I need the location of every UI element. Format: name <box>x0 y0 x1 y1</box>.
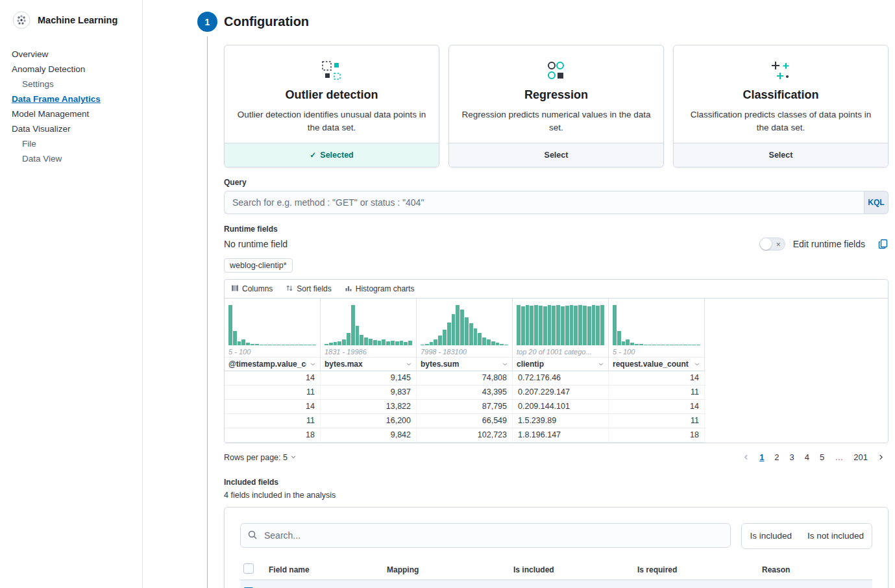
select-button[interactable]: Select <box>449 143 663 167</box>
grid-cell[interactable]: 87,795 <box>417 400 513 413</box>
pagination-page-5[interactable]: 5 <box>815 451 829 463</box>
grid-column-header[interactable]: 5 - 100request.value_count <box>609 299 705 371</box>
sidebar-item-data-frame-analytics[interactable]: Data Frame Analytics <box>12 92 134 106</box>
fields-table-header: Field nameMappingIs includedIs requiredR… <box>240 559 872 580</box>
grid-cell[interactable]: 14 <box>609 400 705 413</box>
machine-learning-logo-icon <box>12 10 31 30</box>
pagination-page-2[interactable]: 2 <box>770 451 783 463</box>
grid-rows: 149,14574,8080.72.176.4614119,83743,3950… <box>225 371 888 443</box>
grid-cell[interactable]: 11 <box>225 414 321 428</box>
grid-column-header[interactable]: 1831 - 19986bytes.max <box>321 299 417 371</box>
grid-cell[interactable]: 14 <box>609 371 705 385</box>
copy-icon[interactable] <box>878 239 889 249</box>
grid-cell[interactable]: 9,837 <box>321 386 417 399</box>
pagination-page-201[interactable]: 201 <box>849 451 872 463</box>
grid-cell[interactable]: 9,842 <box>321 428 417 442</box>
column-histogram <box>513 302 608 345</box>
selected-indicator[interactable]: ✓Selected <box>225 143 439 167</box>
grid-cell[interactable]: 1.8.196.147 <box>513 428 609 442</box>
pagination-page-1[interactable]: 1 <box>755 451 768 463</box>
grid-cell[interactable]: 11 <box>609 414 705 428</box>
check-icon: ✓ <box>310 151 316 160</box>
sidebar-item-anomaly-detection[interactable]: Anomaly Detection <box>12 62 134 77</box>
kql-button[interactable]: KQL <box>864 191 889 214</box>
chevron-down-icon[interactable] <box>694 361 700 367</box>
pagination-next-icon[interactable] <box>874 454 889 461</box>
histogram-icon <box>345 284 352 294</box>
grid-cell[interactable]: 9,145 <box>321 371 417 385</box>
sidebar-item-file[interactable]: File <box>12 136 134 151</box>
job-type-description: Regression predicts numerical values in … <box>461 108 652 134</box>
grid-row: 1413,82287,7950.209.144.10114 <box>225 400 705 414</box>
edit-runtime-fields-label: Edit runtime fields <box>793 239 865 249</box>
sidebar-item-data-visualizer[interactable]: Data Visualizer <box>12 121 134 136</box>
chevron-down-icon[interactable] <box>502 361 508 367</box>
chevron-down-icon[interactable] <box>310 361 316 367</box>
sidebar-item-data-view[interactable]: Data View <box>12 151 134 166</box>
main-content: 1 Configuration Outlier detectionOutlier… <box>143 0 895 588</box>
grid-cell[interactable]: 74,808 <box>417 371 513 385</box>
sidebar-item-settings[interactable]: Settings <box>12 77 134 92</box>
grid-cell[interactable]: 18 <box>225 428 321 442</box>
grid-row: 189,842102,7231.8.196.14718 <box>225 428 705 443</box>
grid-column-header[interactable]: 7998 - 183100bytes.sum <box>417 299 513 371</box>
histogram-charts-button[interactable]: Histogram charts <box>345 284 415 294</box>
query-input[interactable] <box>224 191 864 214</box>
grid-cell[interactable]: 11 <box>609 386 705 399</box>
toggle-off-icon: × <box>776 239 781 251</box>
fields-table-row[interactable]: ✓@timestamp.value_countlongYesNo <box>240 580 872 588</box>
grid-cell[interactable]: 102,723 <box>417 428 513 442</box>
chevron-down-icon[interactable] <box>406 361 412 367</box>
sidebar-item-overview[interactable]: Overview <box>12 47 134 62</box>
is-not-included-filter-button[interactable]: Is not included <box>800 524 872 548</box>
fields-search-input[interactable] <box>240 523 731 548</box>
grid-cell[interactable]: 66,549 <box>417 414 513 428</box>
job-type-card-regression[interactable]: RegressionRegression predicts numerical … <box>448 45 664 167</box>
grid-cell[interactable]: 13,822 <box>321 400 417 413</box>
column-range-label: 5 - 100 <box>225 345 320 357</box>
sidebar-nav: OverviewAnomaly DetectionSettingsData Fr… <box>12 47 134 166</box>
grid-cell[interactable]: 0.72.176.46 <box>513 371 609 385</box>
column-histogram <box>225 302 320 345</box>
is-included-filter-button[interactable]: Is included <box>742 524 800 548</box>
chevron-down-icon[interactable] <box>598 361 604 367</box>
regression-icon <box>461 60 652 83</box>
job-type-title: Outlier detection <box>236 88 427 102</box>
grid-cell[interactable]: 14 <box>225 400 321 413</box>
sort-fields-button-label: Sort fields <box>297 284 331 293</box>
fields-table-header-mapping: Mapping <box>387 565 513 574</box>
job-type-title: Classification <box>685 88 876 102</box>
grid-cell[interactable]: 11 <box>225 386 321 399</box>
pagination-page-4[interactable]: 4 <box>800 451 814 463</box>
job-type-card-classification[interactable]: ClassificationClassification predicts cl… <box>673 45 889 167</box>
rows-per-page-button[interactable]: Rows per page: 5 <box>224 453 297 462</box>
grid-cell[interactable]: 0.209.144.101 <box>513 400 609 413</box>
included-fields-label: Included fields <box>224 478 889 487</box>
grid-column-header[interactable]: top 20 of 1001 catego...clientip <box>513 299 609 371</box>
search-icon <box>247 530 258 543</box>
app-title: Machine Learning <box>38 15 117 25</box>
select-all-checkbox[interactable] <box>243 563 254 574</box>
grid-cell[interactable]: 16,200 <box>321 414 417 428</box>
grid-cell[interactable]: 1.5.239.89 <box>513 414 609 428</box>
grid-column-header[interactable]: 5 - 100@timestamp.value_cou <box>225 299 321 371</box>
column-histogram <box>417 302 512 345</box>
query-bar: KQL <box>224 191 889 214</box>
grid-cell[interactable]: 18 <box>609 428 705 442</box>
toggle-knob <box>760 238 772 250</box>
grid-cell[interactable]: 0.207.229.147 <box>513 386 609 399</box>
select-button[interactable]: Select <box>674 143 888 167</box>
pagination-prev-icon[interactable] <box>739 454 754 461</box>
pagination-page-3[interactable]: 3 <box>785 451 799 463</box>
columns-button[interactable]: Columns <box>231 284 273 294</box>
sort-fields-button[interactable]: Sort fields <box>286 284 331 294</box>
fields-search-box <box>240 523 731 549</box>
fields-search-row: Is included Is not included <box>240 523 872 549</box>
grid-cell[interactable]: 14 <box>225 371 321 385</box>
page-title: Configuration <box>224 0 895 29</box>
grid-cell[interactable]: 43,395 <box>417 386 513 399</box>
edit-runtime-fields-toggle[interactable]: × <box>759 238 785 251</box>
job-type-card-outlier-detection[interactable]: Outlier detectionOutlier detection ident… <box>224 45 439 167</box>
column-name: bytes.sum <box>421 360 459 369</box>
sidebar-item-model-management[interactable]: Model Management <box>12 106 134 121</box>
